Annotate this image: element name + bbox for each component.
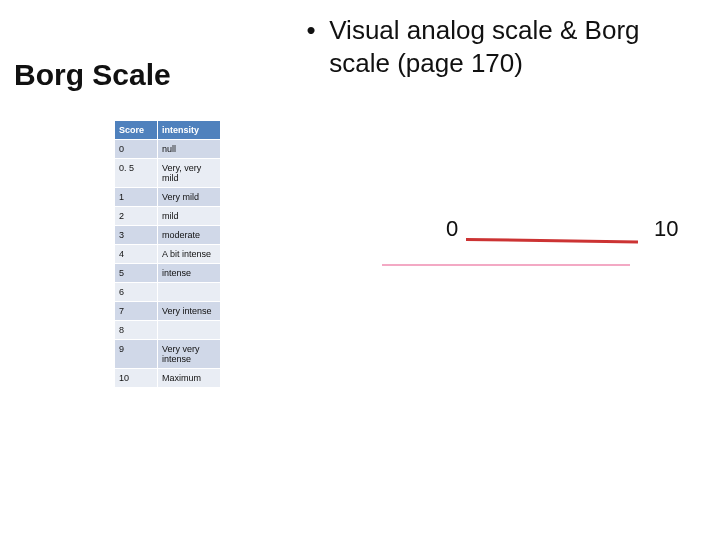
cell-intensity: Very very intense xyxy=(158,340,221,369)
cell-intensity: moderate xyxy=(158,226,221,245)
table-row: 4A bit intense xyxy=(115,245,221,264)
cell-intensity: mild xyxy=(158,207,221,226)
title-left: Borg Scale xyxy=(14,58,171,92)
table-row: 0. 5Very, very mild xyxy=(115,159,221,188)
cell-intensity: intense xyxy=(158,264,221,283)
cell-score: 10 xyxy=(115,369,158,388)
cell-score: 2 xyxy=(115,207,158,226)
vas-label-left: 0 xyxy=(446,216,458,242)
cell-intensity: Very, very mild xyxy=(158,159,221,188)
cell-score: 0 xyxy=(115,140,158,159)
table-row: 8 xyxy=(115,321,221,340)
bullet-text: Visual analog scale & Borg scale (page 1… xyxy=(329,14,689,79)
bullet-item: • Visual analog scale & Borg scale (page… xyxy=(300,14,700,79)
cell-score: 0. 5 xyxy=(115,159,158,188)
cell-score: 5 xyxy=(115,264,158,283)
cell-score: 8 xyxy=(115,321,158,340)
table-header-row: Score intensity xyxy=(115,121,221,140)
table-row: 5intense xyxy=(115,264,221,283)
cell-intensity: A bit intense xyxy=(158,245,221,264)
cell-intensity: null xyxy=(158,140,221,159)
col-header-score: Score xyxy=(115,121,158,140)
table-row: 10Maximum xyxy=(115,369,221,388)
cell-score: 7 xyxy=(115,302,158,321)
cell-score: 3 xyxy=(115,226,158,245)
slide: Borg Scale • Visual analog scale & Borg … xyxy=(0,0,720,540)
bullet-dot-icon: • xyxy=(300,14,322,47)
col-header-intensity: intensity xyxy=(158,121,221,140)
vas-line-pink xyxy=(382,264,630,266)
table-row: 7Very intense xyxy=(115,302,221,321)
cell-score: 9 xyxy=(115,340,158,369)
cell-intensity xyxy=(158,321,221,340)
borg-scale-table: Score intensity 0null 0. 5Very, very mil… xyxy=(114,120,221,388)
cell-intensity: Very intense xyxy=(158,302,221,321)
cell-intensity xyxy=(158,283,221,302)
table-row: 9Very very intense xyxy=(115,340,221,369)
visual-analog-scale: 0 10 xyxy=(358,216,678,296)
cell-intensity: Maximum xyxy=(158,369,221,388)
table-row: 2mild xyxy=(115,207,221,226)
cell-intensity: Very mild xyxy=(158,188,221,207)
vas-line-red xyxy=(466,238,638,243)
table-row: 6 xyxy=(115,283,221,302)
cell-score: 4 xyxy=(115,245,158,264)
cell-score: 6 xyxy=(115,283,158,302)
vas-label-right: 10 xyxy=(654,216,678,242)
table-row: 3moderate xyxy=(115,226,221,245)
table-row: 1Very mild xyxy=(115,188,221,207)
cell-score: 1 xyxy=(115,188,158,207)
table-row: 0null xyxy=(115,140,221,159)
